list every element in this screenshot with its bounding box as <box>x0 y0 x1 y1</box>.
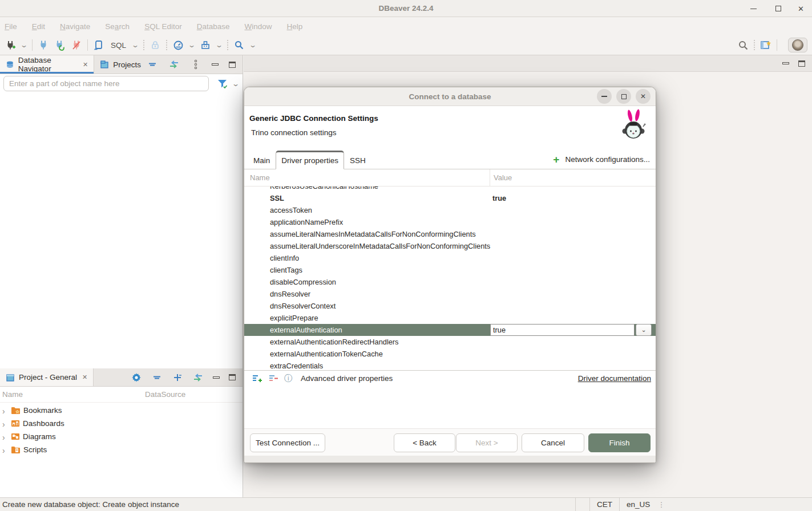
new-connection-dropdown-icon[interactable]: ⌄ <box>20 42 28 48</box>
property-row[interactable]: clientInfo <box>244 252 656 264</box>
property-row[interactable]: extraCredentials <box>244 360 656 370</box>
property-row[interactable]: SSL true <box>244 192 656 204</box>
transaction-mode-icon[interactable] <box>172 39 184 51</box>
column-name[interactable]: Name <box>0 390 145 399</box>
window-maximize-button[interactable] <box>773 3 784 14</box>
property-row[interactable]: disableCompression <box>244 276 656 288</box>
property-row[interactable]: accessToken <box>244 204 656 216</box>
dialog-header-title: Generic JDBC Connection Settings <box>249 114 656 123</box>
commit-dropdown-icon[interactable]: ⌄ <box>215 42 223 48</box>
menu-help[interactable]: Help <box>287 22 303 31</box>
property-row[interactable]: externalAuthentication ⌄ <box>244 324 656 336</box>
close-tab-icon[interactable]: ✕ <box>82 374 87 381</box>
back-button[interactable]: < Back <box>394 433 455 452</box>
close-tab-icon[interactable]: ✕ <box>83 61 88 68</box>
connect-icon[interactable] <box>38 39 49 51</box>
tab-main[interactable]: Main <box>248 152 276 169</box>
tree-item-diagrams[interactable]: › Diagrams <box>0 430 243 443</box>
property-row[interactable]: applicationNamePrefix <box>244 216 656 228</box>
search-dropdown-icon[interactable]: ⌄ <box>249 42 257 48</box>
cancel-button[interactable]: Cancel <box>522 433 584 452</box>
network-configurations-button[interactable]: + Network configurations... <box>553 155 650 164</box>
window-close-button[interactable]: ✕ <box>798 5 804 13</box>
property-name: externalAuthenticationRedirectHandlers <box>244 336 656 348</box>
search-metadata-icon[interactable] <box>233 39 245 51</box>
collapse-all-icon[interactable] <box>147 59 158 70</box>
property-row[interactable]: externalAuthenticationRedirectHandlers <box>244 336 656 348</box>
expand-chevron-icon[interactable]: › <box>2 432 8 442</box>
minimize-view-icon[interactable] <box>213 376 220 379</box>
collapse-all-icon[interactable] <box>151 372 163 383</box>
user-profile-button[interactable] <box>788 38 807 52</box>
new-connection-icon[interactable] <box>5 39 16 51</box>
driver-documentation-link[interactable]: Driver documentation <box>578 374 651 383</box>
quick-search-icon[interactable] <box>737 39 749 51</box>
dialog-minimize-button[interactable] <box>597 89 612 104</box>
sql-dropdown-label[interactable]: SQL <box>111 41 126 50</box>
perspective-icon[interactable] <box>760 39 771 51</box>
status-drag-handle[interactable]: ⋮ <box>657 501 664 509</box>
menu-sql-editor[interactable]: SQL Editor <box>144 22 182 31</box>
menu-edit[interactable]: Edit <box>32 22 45 31</box>
property-row[interactable]: dnsResolverContext <box>244 300 656 312</box>
remove-property-icon[interactable] <box>268 373 279 384</box>
transaction-dropdown-icon[interactable]: ⌄ <box>188 42 196 48</box>
dialog-maximize-button[interactable] <box>616 89 631 104</box>
expand-chevron-icon[interactable]: › <box>2 445 8 455</box>
status-locale[interactable]: en_US <box>619 498 657 511</box>
tab-driver-properties[interactable]: Driver properties <box>276 151 344 169</box>
expand-all-icon[interactable] <box>172 372 183 383</box>
status-timezone[interactable]: CET <box>589 498 619 511</box>
property-row[interactable]: externalAuthenticationTokenCache <box>244 348 656 360</box>
test-connection-button[interactable]: Test Connection ... <box>250 433 325 452</box>
commit-mode-icon[interactable] <box>200 39 211 51</box>
tab-database-navigator[interactable]: Database Navigator ✕ <box>0 55 94 74</box>
property-name: clientInfo <box>244 252 656 264</box>
value-combo-dropdown-icon[interactable]: ⌄ <box>636 324 652 336</box>
maximize-view-icon[interactable] <box>229 62 236 68</box>
menu-database[interactable]: Database <box>197 22 230 31</box>
minimize-view-icon[interactable] <box>212 63 219 66</box>
sql-editor-icon[interactable] <box>93 39 104 51</box>
property-row[interactable]: explicitPrepare <box>244 312 656 324</box>
column-name[interactable]: Name <box>244 173 490 182</box>
tree-item-scripts[interactable]: › Scripts <box>0 443 243 456</box>
link-with-editor-icon[interactable] <box>192 372 204 383</box>
property-row[interactable]: assumeLiteralNamesInMetadataCallsForNonC… <box>244 228 656 240</box>
tab-ssh[interactable]: SSH <box>344 152 371 169</box>
tree-item-bookmarks[interactable]: › Bookmarks <box>0 404 243 417</box>
property-row[interactable]: KerberosUseCanonicalHostname <box>244 186 656 192</box>
window-minimize-button[interactable] <box>748 3 759 14</box>
property-value-editor[interactable] <box>490 324 635 336</box>
property-row[interactable]: clientTags <box>244 264 656 276</box>
property-row[interactable]: dnsResolver <box>244 288 656 300</box>
maximize-editor-icon[interactable] <box>798 60 805 67</box>
sql-dropdown-icon[interactable]: ⌄ <box>131 42 139 48</box>
link-with-editor-icon[interactable] <box>168 59 180 70</box>
column-datasource[interactable]: DataSource <box>145 390 185 399</box>
dialog-close-button[interactable]: ✕ <box>636 89 651 104</box>
menu-search[interactable]: Search <box>105 22 130 31</box>
object-filter-input[interactable] <box>3 76 209 91</box>
dialog-titlebar[interactable]: Connect to a database ✕ <box>244 87 656 106</box>
disconnect-icon[interactable] <box>71 39 82 51</box>
filter-funnel-icon[interactable] <box>217 78 228 90</box>
finish-button[interactable]: Finish <box>588 433 651 452</box>
menu-window[interactable]: Window <box>244 22 272 31</box>
reconnect-icon[interactable] <box>54 39 66 51</box>
tree-item-dashboards[interactable]: › Dashboards <box>0 417 243 430</box>
tab-projects[interactable]: Projects <box>94 55 147 74</box>
menu-navigate[interactable]: Navigate <box>60 22 90 31</box>
property-row[interactable]: assumeLiteralUnderscoreInMetadataCallsFo… <box>244 240 656 252</box>
minimize-editor-icon[interactable] <box>782 62 789 64</box>
maximize-view-icon[interactable] <box>229 374 236 380</box>
filter-dropdown-icon[interactable]: ⌄ <box>232 80 240 87</box>
expand-chevron-icon[interactable]: › <box>2 419 8 429</box>
settings-gear-icon[interactable] <box>131 372 142 383</box>
tab-project-general[interactable]: Project - General ✕ <box>0 368 94 386</box>
column-value[interactable]: Value <box>490 169 512 186</box>
add-property-icon[interactable] <box>251 373 262 384</box>
menu-file[interactable]: File <box>5 22 17 31</box>
view-menu-icon[interactable] <box>190 59 201 70</box>
expand-chevron-icon[interactable]: › <box>2 405 8 416</box>
